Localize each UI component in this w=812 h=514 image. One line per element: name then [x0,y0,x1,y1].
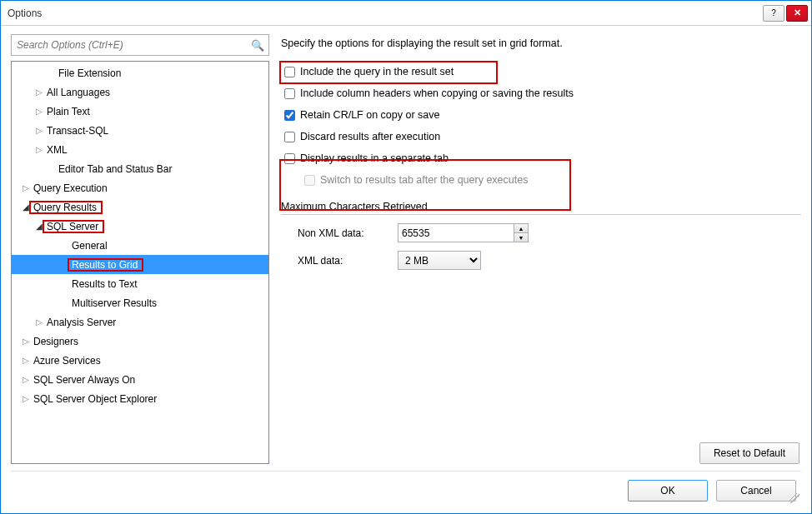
search-input[interactable] [11,34,269,56]
option-row[interactable]: Retain CR/LF on copy or save [281,109,801,121]
help-button[interactable]: ? [763,5,784,22]
window-title: Options [8,7,763,19]
tree-item[interactable]: ▷Designers [12,332,268,351]
expand-closed-icon[interactable]: ▷ [33,127,45,135]
expand-closed-icon[interactable]: ▷ [20,395,32,403]
option-row[interactable]: Include the query in the result set [281,66,801,77]
expand-closed-icon[interactable]: ▷ [33,146,45,154]
options-dialog: Options ? ✕ 🔍 File Extension▷All Languag… [0,0,812,514]
expand-closed-icon[interactable]: ▷ [33,107,45,116]
cancel-button[interactable]: Cancel [716,480,796,502]
options-tree[interactable]: File Extension▷All Languages▷Plain Text▷… [11,61,269,464]
expand-closed-icon[interactable]: ▷ [20,357,32,365]
option-row[interactable]: Discard results after execution [281,131,801,142]
tree-item[interactable]: ▷Analysis Server [12,312,268,332]
option-checkbox[interactable] [284,153,295,164]
option-label: Include column headers when copying or s… [300,87,574,99]
expand-closed-icon[interactable]: ▷ [20,184,32,192]
tree-item[interactable]: ▷Transact-SQL [12,121,268,140]
tree-item[interactable]: ▷XML [12,140,268,159]
option-checkbox[interactable] [284,67,295,77]
tree-item-label: Results to Grid [70,259,139,271]
tree-item[interactable]: Editor Tab and Status Bar [12,159,268,178]
right-panel: Specify the options for displaying the r… [281,34,801,464]
tree-item-label: File Extension [57,67,123,79]
expand-closed-icon[interactable]: ▷ [33,318,45,327]
nonxml-label: Non XML data: [298,227,398,239]
tree-item-label: SQL Server Always On [32,374,137,386]
tree-item[interactable]: ▷Azure Services [12,351,268,370]
expand-open-icon[interactable]: ◢ [20,203,32,212]
xml-label: XML data: [298,255,398,267]
resize-grip[interactable] [789,493,799,503]
option-row: Switch to results tab after the query ex… [281,174,801,186]
tree-item[interactable]: ▷SQL Server Always On [12,370,268,389]
expand-closed-icon[interactable]: ▷ [20,337,32,346]
panel-description: Specify the options for displaying the r… [281,37,801,49]
tree-item[interactable]: ▷SQL Server Object Explorer [12,389,268,408]
tree-item[interactable]: General [12,236,268,255]
tree-item[interactable]: ▷All Languages [12,82,268,102]
option-label: Display results in a separate tab [300,152,449,164]
tree-item[interactable]: ◢Query Results [12,197,268,217]
option-checkbox[interactable] [284,110,295,121]
option-checkbox[interactable] [284,132,295,142]
option-checkbox [304,175,315,186]
search-icon: 🔍 [251,39,264,52]
tree-item-label: Editor Tab and Status Bar [57,163,174,175]
tree-item[interactable]: ◢SQL Server [12,217,268,236]
tree-item-label: General [70,240,109,252]
tree-item-label: Query Execution [32,182,109,194]
tree-item[interactable]: Results to Text [12,274,268,293]
option-label: Switch to results tab after the query ex… [320,174,528,186]
tree-item-label: All Languages [45,87,112,98]
tree-item-label: Analysis Server [45,317,118,328]
tree-item-label: Results to Text [70,278,138,290]
tree-item[interactable]: ▷Query Execution [12,178,268,197]
nonxml-spinner[interactable]: ▲▼ [514,223,529,242]
reset-button[interactable]: Reset to Default [699,442,799,464]
left-panel: 🔍 File Extension▷All Languages▷Plain Tex… [11,34,269,464]
option-row[interactable]: Include column headers when copying or s… [281,87,801,99]
tree-item-label: Multiserver Results [70,297,158,309]
tree-item-label: SQL Server [45,221,100,232]
tree-item[interactable]: Results to Grid [12,255,268,274]
option-checkbox[interactable] [284,88,295,99]
group-legend: Maximum Characters Retrieved [281,201,801,215]
option-label: Discard results after execution [300,131,440,142]
tree-item[interactable]: File Extension [12,63,268,82]
tree-item-label: Query Results [32,202,98,213]
tree-item-label: XML [45,144,69,156]
xml-select[interactable]: 2 MB [398,251,481,270]
tree-item-label: SQL Server Object Explorer [32,393,158,405]
dialog-footer: OK Cancel [11,471,801,505]
option-label: Retain CR/LF on copy or save [300,109,439,121]
nonxml-input[interactable] [398,223,514,242]
option-label: Include the query in the result set [300,66,454,77]
expand-closed-icon[interactable]: ▷ [20,376,32,384]
expand-open-icon[interactable]: ◢ [33,222,45,231]
max-chars-group: Maximum Characters Retrieved Non XML dat… [281,201,801,278]
option-row[interactable]: Display results in a separate tab [281,152,801,164]
tree-item[interactable]: Multiserver Results [12,293,268,312]
dialog-content: 🔍 File Extension▷All Languages▷Plain Tex… [1,26,811,513]
tree-item-label: Designers [32,336,80,347]
tree-item-label: Plain Text [45,106,92,117]
tree-item-label: Azure Services [32,355,103,367]
tree-item-label: Transact-SQL [45,125,110,137]
titlebar: Options ? ✕ [1,1,811,26]
close-button[interactable]: ✕ [786,5,808,22]
ok-button[interactable]: OK [628,480,708,502]
tree-item[interactable]: ▷Plain Text [12,102,268,121]
expand-closed-icon[interactable]: ▷ [33,88,45,97]
